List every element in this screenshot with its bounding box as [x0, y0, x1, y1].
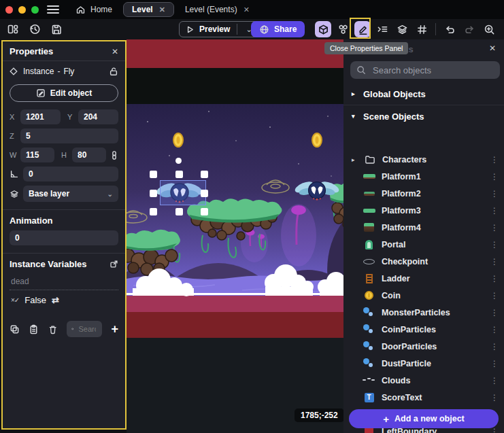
share-button[interactable]: Share [251, 21, 305, 37]
caret-right-icon[interactable]: ▸ [352, 156, 357, 163]
panels-layout-icon[interactable] [7, 23, 19, 35]
variables-search-input[interactable] [77, 324, 97, 334]
toggle-boolean-icon[interactable]: ⇄ [52, 295, 59, 305]
minimize-window-button[interactable] [18, 6, 26, 14]
selection-handle-sw[interactable] [150, 208, 157, 215]
selection-handle-w[interactable] [150, 190, 157, 197]
undo-icon[interactable] [441, 21, 458, 37]
item-menu-icon[interactable]: ⋮ [490, 240, 497, 249]
preview-button[interactable]: Preview ⌄ [179, 21, 258, 37]
z-order-icon[interactable] [374, 21, 390, 37]
unlock-icon[interactable] [109, 67, 118, 76]
variable-value-row[interactable]: ×✓ False ⇄ [3, 290, 125, 310]
item-menu-icon[interactable]: ⋮ [490, 393, 497, 402]
redo-icon[interactable] [461, 21, 477, 37]
y-field[interactable] [78, 109, 118, 124]
object-item-dustparticle[interactable]: DustParticle ⋮ [343, 355, 504, 372]
object-item-coinparticles[interactable]: CoinParticles ⋮ [343, 321, 504, 338]
3d-view-toggle-icon[interactable] [315, 21, 331, 37]
open-variables-editor-icon[interactable] [110, 260, 118, 269]
close-tab-icon[interactable]: ✕ [243, 5, 250, 14]
item-menu-icon[interactable]: ⋮ [490, 223, 497, 232]
selection-handle-n[interactable] [175, 171, 183, 178]
layers-icon[interactable] [394, 21, 410, 37]
selection-handle-s[interactable] [175, 208, 183, 215]
item-menu-icon[interactable]: ⋮ [490, 325, 497, 334]
object-item-characters[interactable]: ▸ Characters ⋮ [343, 151, 504, 168]
delete-variable-icon[interactable] [48, 324, 58, 334]
object-item-coin[interactable]: Coin ⋮ [343, 287, 504, 304]
copy-variable-icon[interactable] [10, 324, 20, 334]
save-icon[interactable] [50, 23, 63, 35]
selection-handle-nw[interactable] [150, 171, 157, 178]
boolean-type-icon: ×✓ [11, 296, 19, 304]
item-menu-icon[interactable]: ⋮ [490, 189, 497, 198]
selection-handle-ne[interactable] [201, 171, 208, 178]
selection-handle-se[interactable] [201, 208, 208, 215]
selected-instance-fly[interactable] [160, 180, 206, 205]
edit-draw-icon[interactable] [354, 21, 371, 37]
grid-icon[interactable] [414, 21, 430, 37]
angle-field[interactable] [23, 167, 118, 181]
object-item-portal[interactable]: Portal ⋮ [343, 236, 504, 253]
tab-level[interactable]: Level ✕ [123, 2, 174, 17]
object-item-ladder[interactable]: Ladder ⋮ [343, 270, 504, 287]
add-new-object-button[interactable]: + Add a new object [349, 409, 499, 428]
close-tab-icon[interactable]: ✕ [159, 5, 165, 14]
variable-name[interactable]: dead [10, 275, 118, 290]
objects-search-input[interactable] [371, 65, 494, 76]
item-menu-icon[interactable]: ⋮ [490, 376, 497, 385]
object-groups-icon[interactable] [335, 21, 351, 37]
lock-aspect-ratio-icon[interactable] [110, 150, 118, 160]
add-variable-button[interactable]: + [111, 323, 118, 335]
coin-icon [363, 290, 375, 301]
object-item-platform2[interactable]: Platform2 ⋮ [343, 185, 504, 202]
z-field[interactable] [20, 128, 118, 143]
object-item-clouds[interactable]: Clouds ⋮ [343, 372, 504, 389]
main-menu-icon[interactable] [47, 5, 59, 14]
variables-search-box[interactable] [67, 321, 102, 337]
layer-select[interactable]: Base layer ⌄ [23, 186, 118, 202]
tab-home[interactable]: Home [67, 2, 120, 17]
ladder-icon [363, 273, 375, 284]
object-item-platform4[interactable]: Platform4 ⋮ [343, 219, 504, 236]
item-menu-icon[interactable]: ⋮ [490, 206, 497, 215]
platform2-icon [363, 188, 375, 199]
item-menu-icon[interactable]: ⋮ [490, 291, 497, 300]
selection-rotate-handle[interactable] [175, 158, 182, 164]
objects-search-box[interactable] [350, 61, 500, 79]
close-window-button[interactable] [5, 6, 13, 14]
x-field[interactable] [20, 109, 61, 124]
edit-object-button[interactable]: Edit object [10, 84, 118, 102]
tab-level-events[interactable]: Level (Events) ✕ [177, 2, 258, 17]
zoom-in-icon[interactable] [481, 21, 497, 37]
animation-field[interactable] [10, 230, 118, 245]
item-menu-icon[interactable]: ⋮ [490, 342, 497, 351]
item-menu-icon[interactable]: ⋮ [490, 274, 497, 283]
scene-canvas[interactable]: 1785;-252 [127, 39, 343, 433]
group-global-objects[interactable]: ▸ Global Objects [343, 84, 504, 103]
item-menu-icon[interactable]: ⋮ [490, 308, 497, 317]
width-field[interactable] [20, 148, 54, 162]
object-item-monsterparticles[interactable]: MonsterParticles ⋮ [343, 304, 504, 321]
item-menu-icon[interactable]: ⋮ [490, 172, 497, 181]
trash-icon[interactable] [501, 21, 504, 37]
item-menu-icon[interactable]: ⋮ [490, 257, 497, 266]
height-field[interactable] [72, 148, 106, 162]
folder-icon [363, 154, 376, 165]
close-objects-panel-icon[interactable]: ✕ [489, 44, 496, 53]
item-menu-icon[interactable]: ⋮ [490, 359, 497, 368]
object-item-platform1[interactable]: Platform1 ⋮ [343, 168, 504, 185]
close-properties-icon[interactable]: ✕ [112, 47, 118, 56]
selection-handle-e[interactable] [201, 190, 208, 197]
object-item-platform3[interactable]: Platform3 ⋮ [343, 202, 504, 219]
object-item-checkpoint[interactable]: Checkpoint ⋮ [343, 253, 504, 270]
object-item-doorparticles[interactable]: DoorParticles ⋮ [343, 338, 504, 355]
history-icon[interactable] [29, 23, 41, 35]
paste-variable-icon[interactable] [29, 324, 39, 334]
object-item-scoretext[interactable]: T ScoreText ⋮ [343, 389, 504, 406]
maximize-window-button[interactable] [31, 6, 39, 14]
group-scene-objects[interactable]: ▾ Scene Objects [343, 107, 504, 126]
item-menu-icon[interactable]: ⋮ [490, 155, 497, 164]
search-icon [71, 325, 73, 333]
